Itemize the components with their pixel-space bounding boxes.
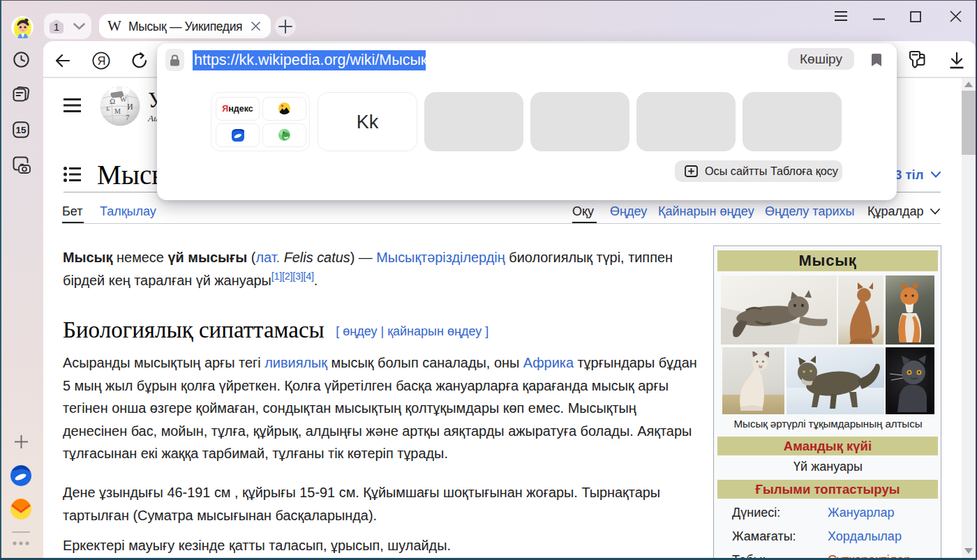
svg-text:И: И: [127, 102, 133, 112]
svg-text:Я: Я: [97, 54, 105, 67]
svg-text:М: М: [114, 107, 121, 115]
svg-text:7: 7: [126, 113, 130, 121]
svg-text:Ω: Ω: [110, 97, 115, 105]
svg-text:Б: Б: [106, 105, 110, 112]
svg-text:W: W: [120, 96, 127, 103]
svg-text:15: 15: [15, 125, 27, 135]
svg-text:1: 1: [54, 21, 59, 33]
